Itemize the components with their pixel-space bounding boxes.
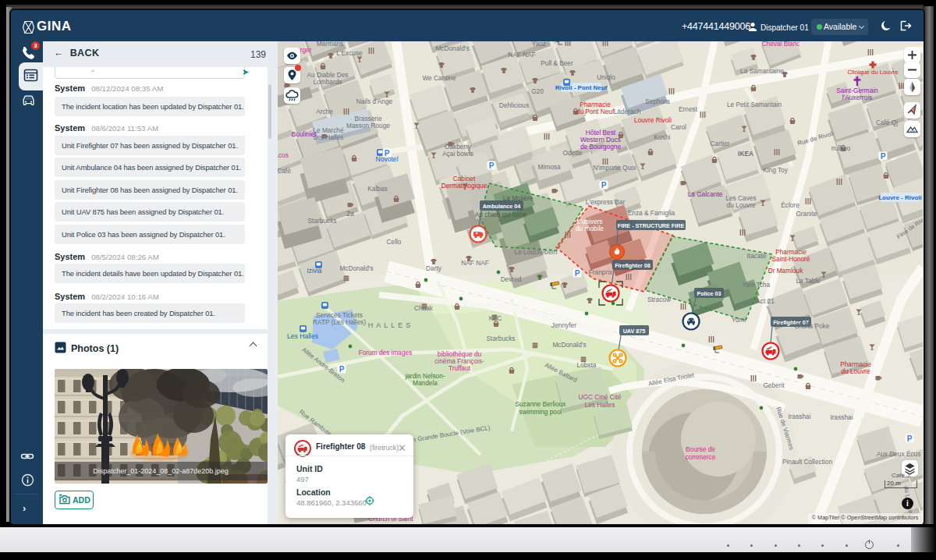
svg-text:McDonald's: McDonald's [552,341,586,349]
svg-text:Franprix: Franprix [589,268,613,276]
svg-text:Kalbas: Kalbas [367,185,387,193]
svg-text:l'Auxerrois: l'Auxerrois [842,94,872,101]
svg-text:milboo: milboo [831,144,851,152]
svg-text:Stracow: Stracow [647,296,672,303]
svg-text:Läderach: Läderach [614,108,641,115]
svg-text:© MapTiler © OpenStreetMap con: © MapTiler © OpenStreetMap contributors [812,514,919,521]
svg-text:L'Excuse: L'Excuse [336,49,363,57]
svg-text:La Galcante: La Galcante [688,190,723,198]
svg-text:Dermatologique: Dermatologique [441,182,488,190]
svg-text:Uniqlo: Uniqlo [597,73,615,81]
svg-text:Yaoz: Yaoz [532,41,546,48]
svg-text:HALLES: HALLES [368,321,414,329]
svg-text:McDonald's: McDonald's [435,44,469,52]
svg-text:Granite: Granite [796,210,817,218]
svg-text:Dr Mamlouk: Dr Mamlouk [768,267,804,275]
svg-text:RATP (Les Halles): RATP (Les Halles) [313,318,366,326]
svg-text:Forum des images: Forum des images [359,349,413,356]
svg-text:Les Halles: Les Halles [287,332,318,340]
svg-text:P: P [385,149,390,158]
svg-text:Louvre - Rivoli: Louvre - Rivoli [878,194,922,201]
svg-text:Sephora: Sephora [645,97,670,105]
svg-text:Darty: Darty [426,264,442,272]
svg-text:Cartier: Cartier [711,140,730,147]
svg-text:Arche: Arche [316,108,333,115]
svg-text:Lobsta: Lobsta [577,361,597,369]
svg-text:KFC: KFC [489,314,502,322]
svg-text:P: P [601,181,607,190]
svg-text:Yam Tcha: Yam Tcha [742,281,771,289]
svg-text:McDonald's: McDonald's [339,264,373,272]
svg-text:du Louvre: du Louvre [727,201,756,209]
svg-text:Pull & Beer: Pull & Beer [541,59,573,67]
svg-text:NAF NAF: NAF NAF [508,51,536,58]
svg-text:Geberit: Geberit [763,381,785,389]
svg-text:Café Qj: Café Qj [876,119,898,126]
svg-text:Mandela: Mandela [413,379,438,387]
svg-text:Cello: Cello [387,238,402,246]
svg-text:Açai bowls: Açai bowls [442,150,473,158]
svg-text:swimming pool: swimming pool [519,408,562,416]
svg-text:Dehlicious: Dehlicious [499,101,529,109]
svg-text:Firefighter 08: Firefighter 08 [615,262,651,269]
svg-text:Carol: Carol [671,123,686,131]
svg-text:NAF NAF: NAF NAF [461,259,489,267]
svg-text:Jennyfer: Jennyfer [551,321,576,329]
svg-text:Nails d'Ange: Nails d'Ange [356,97,393,105]
svg-text:Pinault Collection: Pinault Collection [782,458,832,466]
svg-text:des Halles: des Halles [314,133,344,141]
svg-text:Yumi: Yumi [732,316,746,324]
svg-text:G20: G20 [531,87,544,95]
svg-text:Odette: Odette [563,149,583,157]
svg-text:N'importe Quoi: N'importe Quoi [593,164,636,172]
svg-text:UAV 875: UAV 875 [623,328,646,335]
svg-text:FIRE - STRUCTURE FIRE: FIRE - STRUCTURE FIRE [618,222,685,229]
svg-text:Truffaut: Truffaut [448,364,471,372]
svg-text:Suzanne Berlioux: Suzanne Berlioux [515,400,566,408]
svg-text:Ernest: Ernest [679,105,698,113]
svg-text:du Louvre: du Louvre [842,367,870,375]
svg-text:Boulinier: Boulinier [292,130,317,138]
svg-text:King Toy: King Toy [763,166,789,174]
svg-text:Starbucks: Starbucks [487,335,516,342]
svg-text:IKEA: IKEA [738,150,753,158]
svg-text:Rivoli - Pont Neuf: Rivoli - Pont Neuf [555,84,608,91]
svg-text:Tacos: Tacos [278,151,289,159]
svg-text:Police 03: Police 03 [697,290,721,297]
svg-text:La Samaritaine: La Samaritaine [740,67,784,75]
svg-text:Act 21: Act 21 [756,297,775,305]
svg-text:Les Halles: Les Halles [585,401,615,409]
svg-text:Za: Za [346,210,354,218]
svg-text:commerce: commerce [686,453,716,461]
svg-text:P: P [575,269,580,278]
svg-text:Shaka Poke: Shaka Poke [795,322,830,330]
svg-text:Éclore: Éclore [781,201,800,209]
svg-text:UGC Ciné Cité: UGC Ciné Cité [579,393,622,401]
svg-text:Au chien qui fume: Au chien qui fume [475,211,527,218]
svg-text:Ambulance 04: Ambulance 04 [483,203,521,210]
svg-text:Enza & Famiglia: Enza & Famiglia [628,209,675,217]
svg-text:Lombards: Lombards [314,78,342,86]
svg-text:Devred: Devred [501,275,522,283]
svg-text:Irasshai: Irasshai [830,413,853,421]
svg-text:Starbucks: Starbucks [308,217,337,225]
svg-text:Mimosa: Mimosa [537,163,560,171]
svg-text:P: P [489,161,495,170]
svg-text:Dispatcher_01-2024_08_02-a87de: Dispatcher_01-2024_08_02-a87de20b.jpeg [93,467,229,475]
svg-text:du Pont Neuf: du Pont Neuf [576,108,615,115]
svg-text:Café: Café [278,167,291,175]
svg-text:Le Petit Samaritain: Le Petit Samaritain [727,101,782,108]
svg-text:Le Louchébem: Le Louchébem [515,248,558,256]
svg-text:Saint-Honoré: Saint-Honoré [772,255,810,263]
svg-text:Bourse de: Bourse de [686,445,715,453]
svg-text:P: P [339,365,345,374]
svg-text:L'express Bar: L'express Bar [586,198,626,206]
svg-text:Cheval Blanc: Cheval Blanc [762,41,800,48]
svg-text:We Cantine: We Cantine [422,74,456,82]
svg-text:P: P [907,434,913,443]
svg-text:Marmaris: Marmaris [317,41,344,48]
svg-text:Clinique du Louvre: Clinique du Louvre [847,69,898,76]
svg-text:Masson Rouge: Masson Rouge [346,122,390,129]
svg-text:Louvre Rivoli: Louvre Rivoli [634,116,672,124]
svg-text:du mobile: du mobile [576,225,604,232]
